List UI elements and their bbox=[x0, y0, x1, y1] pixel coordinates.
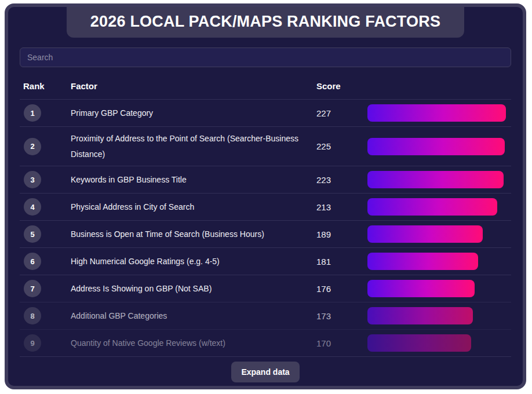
table-row: 4 Physical Address in City of Search 213 bbox=[20, 193, 511, 220]
rank-badge: 6 bbox=[24, 253, 41, 270]
table-row: 7 Address Is Showing on GBP (Not SAB) 17… bbox=[20, 275, 511, 302]
rank-badge: 3 bbox=[24, 171, 41, 188]
score-value: 181 bbox=[316, 257, 367, 267]
rank-badge: 5 bbox=[24, 225, 41, 243]
factor-label: Additional GBP Categories bbox=[71, 308, 316, 324]
score-bar bbox=[367, 225, 483, 243]
score-bar bbox=[367, 253, 478, 270]
score-value: 173 bbox=[316, 311, 367, 321]
score-value: 176 bbox=[316, 284, 367, 294]
column-header-factor: Factor bbox=[71, 81, 316, 91]
rank-badge: 1 bbox=[24, 104, 41, 122]
page-title: 2026 LOCAL PACK/MAPS RANKING FACTORS bbox=[71, 13, 460, 31]
score-value: 170 bbox=[316, 338, 367, 348]
table-body: 1 Primary GBP Category 227 2 Proximity o… bbox=[20, 99, 511, 356]
column-header-rank: Rank bbox=[20, 81, 71, 91]
score-bar bbox=[367, 104, 506, 122]
factor-label: Primary GBP Category bbox=[71, 105, 316, 121]
score-value: 223 bbox=[316, 175, 367, 185]
rank-badge: 7 bbox=[24, 280, 41, 297]
rank-badge: 9 bbox=[24, 334, 41, 352]
search-bar bbox=[20, 48, 511, 67]
score-value: 225 bbox=[316, 141, 367, 151]
factors-table: Rank Factor Score 1 Primary GBP Category… bbox=[20, 71, 511, 356]
rank-badge: 4 bbox=[24, 198, 41, 216]
score-value: 227 bbox=[316, 108, 367, 118]
score-bar bbox=[367, 280, 475, 297]
score-value: 189 bbox=[316, 229, 367, 239]
score-value: 213 bbox=[316, 202, 367, 212]
table-row: 2 Proximity of Address to the Point of S… bbox=[20, 126, 511, 166]
factor-label: Address Is Showing on GBP (Not SAB) bbox=[71, 281, 316, 297]
table-row: 8 Additional GBP Categories 173 bbox=[20, 302, 511, 329]
factor-label: High Numerical Google Ratings (e.g. 4-5) bbox=[71, 254, 316, 269]
factor-label: Physical Address in City of Search bbox=[71, 199, 316, 215]
table-row: 6 High Numerical Google Ratings (e.g. 4-… bbox=[20, 247, 511, 275]
score-bar bbox=[367, 334, 471, 352]
table-footer: Expand data bbox=[20, 356, 511, 382]
factor-label: Business is Open at Time of Search (Busi… bbox=[71, 227, 316, 242]
title-tab: 2026 LOCAL PACK/MAPS RANKING FACTORS bbox=[67, 7, 464, 38]
score-bar bbox=[367, 138, 505, 155]
rank-badge: 2 bbox=[24, 138, 41, 155]
factor-label: Keywords in GBP Business Title bbox=[71, 172, 316, 188]
score-bar bbox=[367, 307, 473, 324]
score-bar bbox=[367, 171, 504, 188]
factor-label: Proximity of Address to the Point of Sea… bbox=[71, 131, 316, 162]
factor-label: Quantity of Native Google Reviews (w/tex… bbox=[71, 335, 316, 351]
rank-badge: 8 bbox=[24, 307, 41, 324]
ranking-factors-card: 2026 LOCAL PACK/MAPS RANKING FACTORS Ran… bbox=[5, 3, 526, 389]
table-row: 9 Quantity of Native Google Reviews (w/t… bbox=[20, 329, 511, 356]
table-row: 1 Primary GBP Category 227 bbox=[20, 99, 511, 126]
column-header-score: Score bbox=[316, 81, 367, 91]
table-header-row: Rank Factor Score bbox=[20, 71, 511, 99]
table-row: 3 Keywords in GBP Business Title 223 bbox=[20, 166, 511, 193]
table-row: 5 Business is Open at Time of Search (Bu… bbox=[20, 220, 511, 247]
search-input[interactable] bbox=[20, 48, 511, 67]
score-bar bbox=[367, 198, 497, 216]
expand-data-button[interactable]: Expand data bbox=[231, 362, 299, 382]
